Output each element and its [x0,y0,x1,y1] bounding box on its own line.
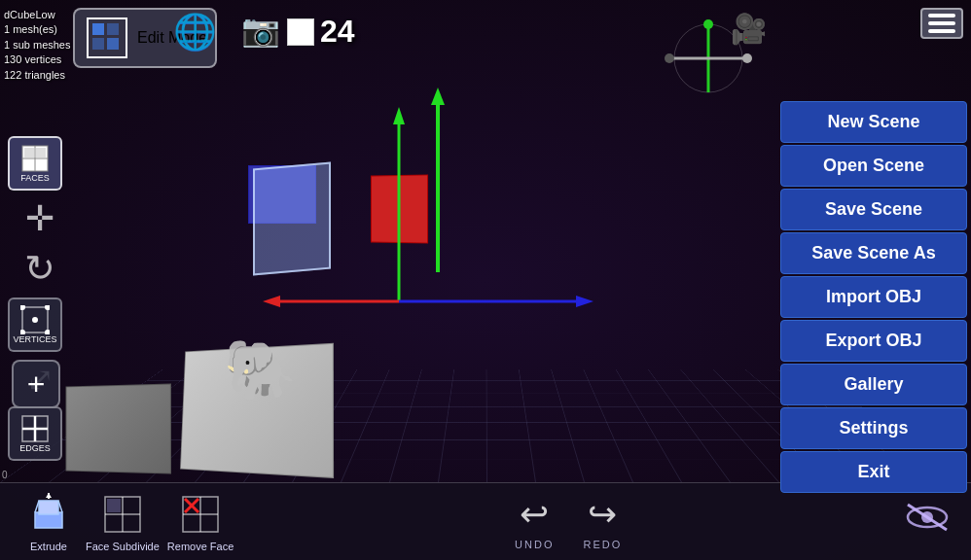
svg-marker-5 [576,296,593,307]
export-obj-button[interactable]: Export OBJ [780,320,967,362]
svg-rect-20 [24,148,34,158]
undo-button[interactable]: ↩ UNDO [515,494,554,550]
extrude-icon [26,492,71,537]
vertices-label: VERTICES [14,334,57,344]
save-scene-button[interactable]: Save Scene [780,189,967,230]
undo-icon: ↩ [520,494,549,535]
globe-icon[interactable]: 🌐 [173,12,217,52]
face-subdivide-icon [100,492,145,537]
frame-square [287,18,314,46]
small-gray-cube [66,384,171,474]
move-arrows[interactable]: ✛ [18,198,62,239]
info-panel: dCubeLow 1 mesh(es) 1 sub meshes 130 ver… [4,8,70,83]
faces-tool[interactable]: FACES [8,136,62,191]
sub-mesh-count: 1 sub meshes [4,38,70,52]
remove-face-label: Remove Face [167,541,234,552]
open-scene-button[interactable]: Open Scene [780,145,967,187]
object-name: dCubeLow [4,8,70,22]
mesh-count: 1 mesh(es) [4,22,70,37]
frame-number: 24 [320,14,355,50]
triangle-count: 122 triangles [4,68,70,83]
transform-gizmo [243,88,632,379]
extrude-label: Extrude [30,541,67,552]
new-scene-button[interactable]: New Scene [780,101,967,143]
video-camera-icon[interactable]: 🎥 [731,12,767,46]
bottom-right-tools [903,500,952,543]
coordinate-display: 0 [2,470,8,480]
svg-marker-38 [46,493,52,498]
frame-counter: 24 [287,14,355,50]
extrude-tool[interactable]: Extrude [19,492,78,552]
svg-marker-7 [431,88,445,105]
svg-rect-42 [107,499,121,512]
svg-point-29 [32,317,38,323]
vertex-count: 130 vertices [4,52,70,67]
right-menu-panel: New Scene Open Scene Save Scene Save Sce… [776,97,971,497]
svg-point-25 [20,305,25,310]
remove-face-tool[interactable]: Remove Face [167,492,234,552]
redo-icon: ↪ [588,494,617,535]
settings-button[interactable]: Settings [780,407,967,449]
edges-tool[interactable]: EDGES [8,406,62,461]
face-subdivide-label: Face Subdivide [86,541,160,552]
undo-redo-group: ↩ UNDO ↪ REDO [515,494,622,550]
visibility-toggle[interactable] [903,500,952,543]
menu-icon[interactable] [920,8,963,39]
menu-bar-1 [928,14,955,18]
svg-rect-15 [92,23,104,35]
import-obj-button[interactable]: Import OBJ [780,276,967,318]
undo-label: UNDO [515,539,554,550]
add-button[interactable]: + [12,360,60,408]
svg-rect-16 [107,23,119,35]
redo-button[interactable]: ↪ REDO [583,494,622,550]
svg-marker-1 [393,107,405,124]
svg-point-13 [665,53,674,63]
exit-button[interactable]: Exit [780,451,967,493]
menu-bar-2 [928,21,955,25]
remove-face-icon [178,492,223,537]
photo-camera-icon[interactable]: 📷 [241,12,280,49]
edges-label: EDGES [19,443,51,453]
gallery-button[interactable]: Gallery [780,364,967,405]
save-scene-as-button[interactable]: Save Scene As [780,232,967,274]
svg-rect-18 [107,38,119,50]
svg-point-12 [742,53,752,63]
svg-rect-34 [39,501,58,514]
svg-point-10 [703,19,713,29]
svg-point-26 [45,305,50,310]
bottom-tools-left: Extrude Face Subdivide [19,492,234,552]
menu-bar-3 [928,29,955,33]
vertices-tool[interactable]: VERTICES [8,298,62,352]
face-subdivide-tool[interactable]: Face Subdivide [86,492,160,552]
redo-label: REDO [583,539,622,550]
svg-marker-3 [263,296,280,307]
mesh-icon [83,14,131,62]
svg-rect-21 [36,148,46,158]
faces-label: FACES [20,173,50,183]
left-toolbar: FACES ✛ ↻ VERTICES ⤢ EDGES [8,136,62,461]
svg-rect-17 [92,38,104,50]
rotate-tool[interactable]: ↻ [18,247,62,290]
